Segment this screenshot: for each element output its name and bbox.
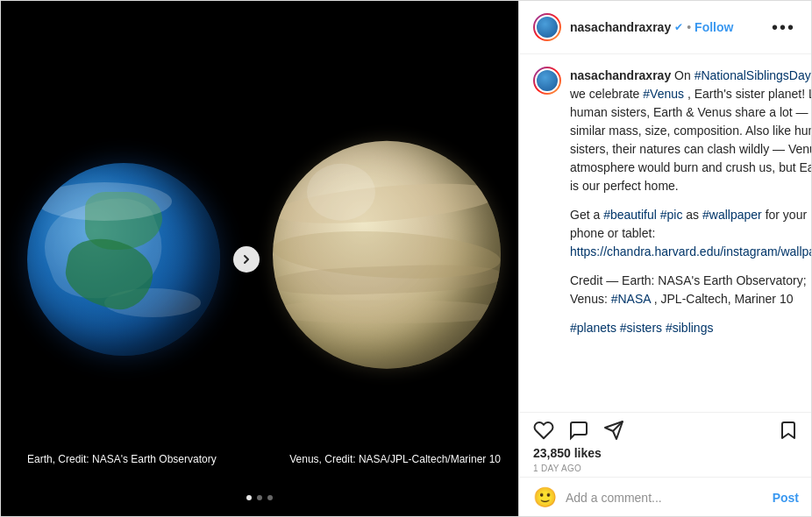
header-username[interactable]: nasachandraxray xyxy=(570,20,671,34)
avatar[interactable] xyxy=(533,13,561,41)
hashtag-beautiful[interactable]: #beautiful xyxy=(603,208,657,222)
caption-text-2: , Earth's sister planet! Like human sist… xyxy=(570,87,812,193)
hashtag-national-siblings-day[interactable]: #NationalSiblingsDay xyxy=(694,68,811,82)
dot-separator: • xyxy=(687,20,691,34)
emoji-button[interactable]: 🙂 xyxy=(533,486,557,509)
dot-3 xyxy=(267,495,273,500)
hashtag-wallpaper[interactable]: #wallpaper xyxy=(702,208,762,222)
comment-input[interactable] xyxy=(566,491,764,505)
caption-get: Get a xyxy=(570,208,603,222)
comment-input-area: 🙂 Post xyxy=(519,477,812,517)
image-dots-indicator xyxy=(246,495,273,500)
actions-bar: 23,850 likes 1 DAY AGO xyxy=(519,412,812,477)
timestamp: 1 DAY AGO xyxy=(533,464,799,473)
next-image-button[interactable] xyxy=(233,246,260,273)
image-caption-right: Venus, Credit: NASA/JPL-Caltech/Mariner … xyxy=(289,453,501,465)
header-info: nasachandraxray ✔ • Follow xyxy=(570,20,768,34)
dot-2 xyxy=(257,495,262,500)
venus-planet xyxy=(273,141,501,369)
info-panel: nasachandraxray ✔ • Follow ••• nasachand… xyxy=(518,1,812,517)
image-caption-left: Earth, Credit: NASA's Earth Observatory xyxy=(27,453,217,465)
image-panel: Earth, Credit: NASA's Earth Observatory … xyxy=(1,1,518,517)
caption-as: as xyxy=(686,208,702,222)
caption-area: nasachandraxray On #NationalSiblingsDay … xyxy=(519,54,812,412)
post-comment-button[interactable]: Post xyxy=(773,491,799,505)
caption-intro: On xyxy=(674,68,694,82)
caption-username[interactable]: nasachandraxray xyxy=(570,68,671,82)
hashtag-nasa[interactable]: #NASA xyxy=(611,292,651,306)
comment-button[interactable] xyxy=(568,420,589,441)
follow-button[interactable]: Follow xyxy=(694,20,733,34)
post-header: nasachandraxray ✔ • Follow ••• xyxy=(519,1,812,54)
like-button[interactable] xyxy=(533,420,554,441)
hashtag-siblings[interactable]: #siblings xyxy=(666,321,713,335)
dot-1 xyxy=(246,495,252,500)
likes-count: 23,850 likes xyxy=(533,446,799,460)
caption-block: nasachandraxray On #NationalSiblingsDay … xyxy=(533,67,799,337)
more-options-button[interactable]: ••• xyxy=(768,18,799,38)
caption-avatar[interactable] xyxy=(533,67,561,95)
earth-planet xyxy=(27,163,220,356)
caption-text: nasachandraxray On #NationalSiblingsDay … xyxy=(570,67,812,337)
hashtag-sisters[interactable]: #sisters xyxy=(620,321,662,335)
verified-icon: ✔ xyxy=(674,21,683,33)
caption-url[interactable]: https://chandra.harvard.edu/instagram/wa… xyxy=(570,244,812,258)
hashtag-pic[interactable]: #pic xyxy=(660,208,683,222)
hashtag-venus[interactable]: #Venus xyxy=(643,87,684,101)
action-icons xyxy=(533,420,799,441)
caption-credit-2: , JPL-Caltech, Mariner 10 xyxy=(654,292,794,306)
save-button[interactable] xyxy=(778,420,799,441)
space-image xyxy=(1,1,518,517)
hashtag-planets[interactable]: #planets xyxy=(570,321,616,335)
share-button[interactable] xyxy=(603,420,624,441)
